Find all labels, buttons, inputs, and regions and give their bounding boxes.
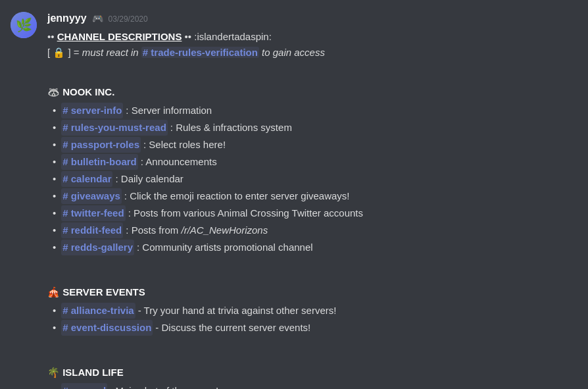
list-item: # redds-gallery : Community artists prom… (47, 240, 577, 255)
lock-channel[interactable]: # trade-rules-verification (141, 47, 259, 58)
server-events-header: 🎪 SERVER EVENTS (47, 284, 577, 300)
channel-passport-roles[interactable]: # passport-roles (61, 137, 141, 153)
lock-prefix: = must react in (74, 47, 141, 58)
channel-event-discussion[interactable]: # event-discussion (61, 320, 153, 336)
timestamp: 03/29/2020 (109, 13, 148, 25)
list-item: # alliance-trivia - Try your hand at tri… (47, 303, 577, 319)
section-nook-inc: 🦝 NOOK INC. # server-info : Server infor… (47, 84, 577, 255)
list-item: # giveaways : Click the emoji reaction t… (47, 188, 577, 204)
header-dots: •• (47, 31, 57, 42)
channel-giveaways[interactable]: # giveaways (61, 188, 122, 204)
channel-reddit-feed[interactable]: # reddit-feed (61, 222, 123, 238)
channel-rules[interactable]: # rules-you-must-read (61, 120, 168, 136)
channel-server-info[interactable]: # server-info (61, 103, 123, 118)
list-item: # bulletin-board : Announcements (47, 154, 577, 170)
avatar-image: 🌿 (11, 12, 37, 38)
username: jennyyy (47, 11, 87, 26)
channel-twitter-feed[interactable]: # twitter-feed (61, 205, 125, 221)
island-life-list: # general : Main chat of the server! # a… (47, 383, 577, 389)
list-item: # general : Main chat of the server! (47, 383, 577, 389)
nitro-badge: 🎮 (92, 12, 103, 26)
channel-redds-gallery[interactable]: # redds-gallery (61, 240, 134, 255)
list-item: # passport-roles : Select roles here! (47, 137, 577, 153)
nook-inc-header: 🦝 NOOK INC. (47, 84, 577, 100)
list-item: # server-info : Server information (47, 103, 577, 118)
section-server-events: 🎪 SERVER EVENTS # alliance-trivia - Try … (47, 284, 577, 336)
channel-calendar[interactable]: # calendar (61, 171, 112, 187)
lock-bracket: [ 🔒 ] (47, 47, 71, 58)
list-item: # reddit-feed : Posts from /r/AC_NewHori… (47, 222, 577, 238)
avatar: 🌿 (11, 12, 37, 38)
list-item: # twitter-feed : Posts from various Anim… (47, 205, 577, 221)
message-content: jennyyy 🎮 03/29/2020 •• CHANNEL DESCRIPT… (47, 11, 577, 389)
list-item: # event-discussion - Discuss the current… (47, 320, 577, 336)
server-events-list: # alliance-trivia - Try your hand at tri… (47, 303, 577, 336)
header-title: CHANNEL DESCRIPTIONS (57, 31, 182, 42)
header-dots-end: •• (182, 31, 191, 42)
channel-descriptions-header: •• CHANNEL DESCRIPTIONS •• :islandertada… (47, 29, 577, 45)
message-body: •• CHANNEL DESCRIPTIONS •• :islandertada… (47, 29, 577, 389)
channel-general[interactable]: # general (61, 383, 107, 389)
island-life-header: 🌴 ISLAND LIFE (47, 365, 577, 380)
lock-suffix: to gain access (262, 47, 325, 58)
list-item: # calendar : Daily calendar (47, 171, 577, 187)
list-item: # rules-you-must-read : Rules & infracti… (47, 120, 577, 136)
message: 🌿 jennyyy 🎮 03/29/2020 •• CHANNEL DESCRI… (47, 11, 577, 389)
section-island-life: 🌴 ISLAND LIFE # general : Main chat of t… (47, 365, 577, 389)
nook-inc-list: # server-info : Server information # rul… (47, 103, 577, 255)
channel-bulletin-board[interactable]: # bulletin-board (61, 154, 138, 170)
lock-line: [ 🔒 ] = must react in # trade-rules-veri… (47, 45, 577, 61)
message-header: jennyyy 🎮 03/29/2020 (47, 11, 577, 26)
header-emoji: :islandertadaspin: (194, 31, 272, 42)
channel-alliance-trivia[interactable]: # alliance-trivia (61, 303, 135, 319)
